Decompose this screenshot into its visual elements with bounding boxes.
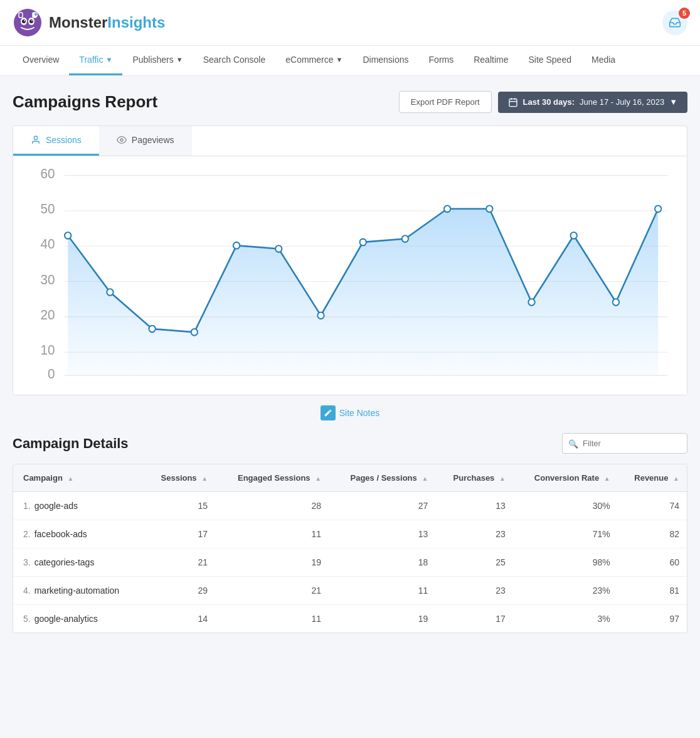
table-row: 1.google-ads 15 28 27 13 30% 74 (13, 492, 687, 520)
cell-pages-sessions: 18 (329, 548, 435, 577)
cell-sessions: 15 (144, 492, 216, 520)
traffic-dropdown-arrow: ▼ (105, 56, 112, 63)
sort-arrow-pages: ▲ (422, 475, 428, 482)
sort-arrow-sessions: ▲ (201, 475, 208, 482)
cell-engaged-sessions: 11 (215, 520, 329, 548)
export-pdf-button[interactable]: Export PDF Report (399, 91, 492, 113)
col-sessions[interactable]: Sessions ▲ (144, 464, 216, 492)
col-purchases[interactable]: Purchases ▲ (435, 464, 513, 492)
cell-conversion-rate: 98% (513, 548, 618, 577)
nav-item-search-console[interactable]: Search Console (193, 46, 276, 75)
svg-point-35 (233, 242, 240, 249)
main-content: Campaigns Report Export PDF Report Last … (0, 76, 700, 648)
svg-point-0 (14, 9, 41, 36)
cell-campaign: 5.google-analytics (13, 605, 144, 633)
col-revenue[interactable]: Revenue ▲ (618, 464, 687, 492)
pencil-icon (324, 409, 332, 417)
cell-campaign: 2.facebook-ads (13, 520, 144, 548)
campaign-details-header: Campaign Details 🔍 (13, 433, 687, 454)
cell-sessions: 14 (144, 605, 216, 633)
monster-logo-icon (13, 8, 43, 38)
svg-text:30: 30 (41, 272, 55, 287)
col-pages-sessions[interactable]: Pages / Sessions ▲ (329, 464, 435, 492)
cell-engaged-sessions: 28 (215, 492, 329, 520)
header-actions: Export PDF Report Last 30 days: June 17 … (399, 91, 687, 113)
nav-item-media[interactable]: Media (581, 46, 625, 75)
table-row: 3.categories-tags 21 19 18 25 98% 60 (13, 548, 687, 577)
svg-point-42 (528, 299, 534, 306)
cell-pages-sessions: 13 (329, 520, 435, 548)
notification-badge: 5 (679, 8, 690, 19)
campaign-details-title: Campaign Details (13, 436, 129, 452)
cell-conversion-rate: 3% (513, 605, 618, 633)
col-campaign[interactable]: Campaign ▲ (13, 464, 144, 492)
table-body: 1.google-ads 15 28 27 13 30% 74 2.facebo… (13, 492, 687, 633)
svg-point-33 (149, 326, 155, 333)
chart-card: Sessions Pageviews 60 (13, 126, 687, 395)
svg-point-36 (275, 245, 282, 252)
campaign-table: Campaign ▲ Sessions ▲ Engaged Sessions ▲… (13, 464, 687, 633)
svg-rect-7 (19, 13, 23, 18)
svg-text:0: 0 (48, 366, 55, 380)
svg-text:20: 20 (41, 308, 55, 322)
cell-revenue: 74 (618, 492, 687, 520)
cell-revenue: 60 (618, 548, 687, 577)
pageviews-icon (117, 135, 127, 145)
nav-item-site-speed[interactable]: Site Speed (518, 46, 581, 75)
cell-engaged-sessions: 19 (215, 548, 329, 577)
svg-point-40 (444, 205, 450, 212)
svg-point-34 (191, 329, 198, 336)
sessions-icon (31, 135, 41, 145)
sort-arrow-engaged: ▲ (315, 475, 321, 482)
col-conversion-rate[interactable]: Conversion Rate ▲ (513, 464, 618, 492)
header-right: 5 (662, 10, 687, 35)
tab-pageviews[interactable]: Pageviews (99, 126, 192, 156)
svg-text:50: 50 (41, 201, 55, 216)
svg-point-43 (571, 232, 577, 239)
cell-conversion-rate: 23% (513, 577, 618, 605)
cell-engaged-sessions: 21 (215, 577, 329, 605)
nav-item-realtime[interactable]: Realtime (464, 46, 518, 75)
svg-point-6 (31, 20, 33, 21)
table-row: 4.marketing-automation 29 21 11 23 23% 8… (13, 577, 687, 605)
cell-purchases: 13 (435, 492, 513, 520)
filter-input[interactable] (562, 433, 687, 454)
nav-item-traffic[interactable]: Traffic ▼ (69, 46, 122, 75)
site-notes-button[interactable]: Site Notes (321, 405, 380, 420)
cell-sessions: 21 (144, 548, 216, 577)
nav-item-forms[interactable]: Forms (419, 46, 464, 75)
logo-text: MonsterInsights (49, 14, 165, 31)
nav-item-publishers[interactable]: Publishers ▼ (122, 46, 193, 75)
cell-pages-sessions: 19 (329, 605, 435, 633)
sort-arrow-revenue: ▲ (673, 475, 679, 482)
chart-area: 60 50 40 30 20 10 0 (13, 156, 687, 395)
sort-arrow-purchases: ▲ (499, 475, 506, 482)
col-engaged-sessions[interactable]: Engaged Sessions ▲ (215, 464, 329, 492)
table-row: 5.google-analytics 14 11 19 17 3% 97 (13, 605, 687, 633)
svg-point-41 (486, 205, 492, 212)
svg-point-45 (655, 205, 661, 212)
svg-rect-11 (509, 99, 517, 106)
notification-button[interactable]: 5 (662, 10, 687, 35)
svg-point-3 (22, 19, 26, 23)
svg-point-16 (120, 139, 123, 141)
campaign-table-wrap: Campaign ▲ Sessions ▲ Engaged Sessions ▲… (13, 464, 687, 633)
cell-purchases: 23 (435, 577, 513, 605)
svg-text:60: 60 (41, 169, 55, 181)
tab-sessions[interactable]: Sessions (13, 126, 99, 156)
nav-item-dimensions[interactable]: Dimensions (353, 46, 418, 75)
svg-point-5 (24, 20, 25, 21)
svg-point-39 (402, 235, 408, 242)
svg-point-10 (34, 13, 37, 16)
cell-sessions: 29 (144, 577, 216, 605)
date-range-button[interactable]: Last 30 days: June 17 - July 16, 2023 ▼ (498, 92, 687, 113)
cell-revenue: 82 (618, 520, 687, 548)
cell-revenue: 81 (618, 577, 687, 605)
nav-item-overview[interactable]: Overview (13, 46, 69, 75)
cell-conversion-rate: 30% (513, 492, 618, 520)
svg-point-31 (65, 232, 71, 239)
nav-item-ecommerce[interactable]: eCommerce ▼ (275, 46, 353, 75)
table-header: Campaign ▲ Sessions ▲ Engaged Sessions ▲… (13, 464, 687, 492)
cell-purchases: 17 (435, 605, 513, 633)
svg-point-15 (34, 136, 37, 139)
